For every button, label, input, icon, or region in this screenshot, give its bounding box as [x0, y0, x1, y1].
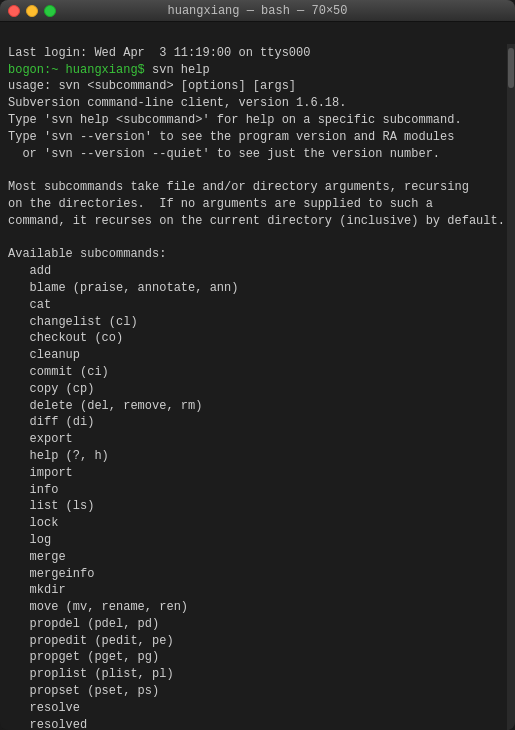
- line-39: propset (pset, ps): [8, 684, 159, 698]
- close-button[interactable]: [8, 5, 20, 17]
- window-title: huangxiang — bash — 70×50: [167, 4, 347, 18]
- line-35: propdel (pdel, pd): [8, 617, 159, 631]
- line-17: changelist (cl): [8, 315, 138, 329]
- line-9: Most subcommands take file and/or direct…: [8, 180, 469, 194]
- line-11: command, it recurses on the current dire…: [8, 214, 505, 228]
- line-28: list (ls): [8, 499, 94, 513]
- line-5: Type 'svn help <subcommand>' for help on…: [8, 113, 462, 127]
- line-22: delete (del, remove, rm): [8, 399, 202, 413]
- line-1: Last login: Wed Apr 3 11:19:00 on ttys00…: [8, 46, 310, 60]
- line-27: info: [8, 483, 58, 497]
- line-25: help (?, h): [8, 449, 109, 463]
- line-18: checkout (co): [8, 331, 123, 345]
- line-10: on the directories. If no arguments are …: [8, 197, 433, 211]
- line-32: mergeinfo: [8, 567, 94, 581]
- line-31: merge: [8, 550, 66, 564]
- minimize-button[interactable]: [26, 5, 38, 17]
- line-8: [8, 163, 15, 177]
- scrollbar-thumb[interactable]: [508, 48, 514, 88]
- line-41: resolved: [8, 718, 87, 730]
- line-38: proplist (plist, pl): [8, 667, 174, 681]
- line-21: copy (cp): [8, 382, 94, 396]
- line-12: [8, 231, 15, 245]
- line-2: bogon:~ huangxiang$ svn help: [8, 63, 210, 77]
- line-13: Available subcommands:: [8, 247, 166, 261]
- line-40: resolve: [8, 701, 80, 715]
- line-33: mkdir: [8, 583, 66, 597]
- line-19: cleanup: [8, 348, 80, 362]
- line-4: Subversion command-line client, version …: [8, 96, 346, 110]
- traffic-lights: [8, 5, 56, 17]
- line-34: move (mv, rename, ren): [8, 600, 188, 614]
- line-15: blame (praise, annotate, ann): [8, 281, 238, 295]
- line-37: propget (pget, pg): [8, 650, 159, 664]
- line-30: log: [8, 533, 51, 547]
- line-14: add: [8, 264, 51, 278]
- line-20: commit (ci): [8, 365, 109, 379]
- line-36: propedit (pedit, pe): [8, 634, 174, 648]
- line-7: or 'svn --version --quiet' to see just t…: [8, 147, 440, 161]
- terminal-window: huangxiang — bash — 70×50 Last login: We…: [0, 0, 515, 730]
- line-16: cat: [8, 298, 51, 312]
- title-bar: huangxiang — bash — 70×50: [0, 0, 515, 22]
- line-24: export: [8, 432, 73, 446]
- line-26: import: [8, 466, 73, 480]
- line-6: Type 'svn --version' to see the program …: [8, 130, 454, 144]
- line-3: usage: svn <subcommand> [options] [args]: [8, 79, 296, 93]
- maximize-button[interactable]: [44, 5, 56, 17]
- scrollbar[interactable]: [507, 44, 515, 730]
- line-29: lock: [8, 516, 58, 530]
- terminal-output[interactable]: Last login: Wed Apr 3 11:19:00 on ttys00…: [0, 22, 515, 730]
- line-23: diff (di): [8, 415, 94, 429]
